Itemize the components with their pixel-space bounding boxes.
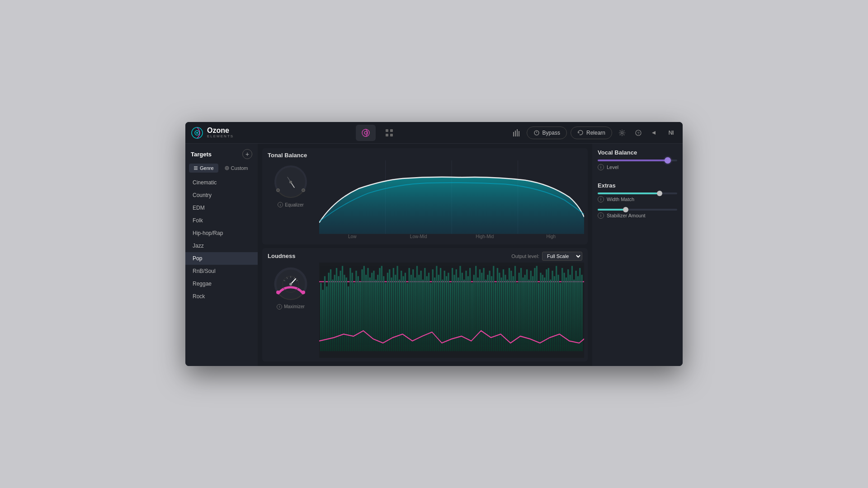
svg-rect-103 xyxy=(430,283,431,351)
svg-rect-105 xyxy=(434,277,435,351)
svg-rect-127 xyxy=(477,277,478,351)
svg-rect-171 xyxy=(563,272,565,351)
width-match-slider-track[interactable] xyxy=(598,192,677,194)
svg-rect-110 xyxy=(444,271,445,351)
svg-point-4 xyxy=(364,131,367,134)
genre-item-pop[interactable]: Pop xyxy=(185,252,258,265)
genre-list: Cinematic Country EDM Folk Hip-hop/Rap J… xyxy=(185,176,258,361)
genre-item-country[interactable]: Country xyxy=(185,189,258,202)
width-match-thumb[interactable] xyxy=(657,191,662,196)
genre-item-reggae[interactable]: Reggae xyxy=(185,277,258,290)
svg-point-25 xyxy=(277,189,280,192)
tab-grid[interactable] xyxy=(379,125,399,141)
svg-rect-118 xyxy=(459,266,461,351)
custom-add-icon xyxy=(225,166,229,170)
header-center xyxy=(245,125,510,141)
logo-subtitle: ELEMENTS xyxy=(207,134,234,138)
add-target-button[interactable]: + xyxy=(242,149,252,159)
stabilizer-slider-container: i Stabilizer Amount xyxy=(598,209,677,223)
svg-rect-169 xyxy=(560,283,561,351)
genre-item-edm[interactable]: EDM xyxy=(185,202,258,214)
svg-rect-136 xyxy=(495,283,496,351)
loudness-panel: Loudness Output level: Full Scale EBU R1… xyxy=(262,248,588,361)
svg-point-36 xyxy=(302,291,305,294)
bypass-button[interactable]: Bypass xyxy=(527,127,567,139)
stabilizer-info-icon[interactable]: i xyxy=(598,212,604,219)
axis-high: High xyxy=(518,234,585,239)
svg-rect-176 xyxy=(573,279,575,351)
svg-rect-94 xyxy=(412,269,414,351)
output-level-select[interactable]: Full Scale EBU R128 ATSC A/85 xyxy=(542,252,582,261)
settings-icon[interactable] xyxy=(616,127,628,139)
svg-rect-64 xyxy=(354,283,355,351)
svg-rect-7 xyxy=(386,134,388,136)
svg-rect-56 xyxy=(338,276,339,351)
svg-rect-157 xyxy=(536,266,538,351)
svg-rect-78 xyxy=(381,266,382,351)
vocal-level-slider-track[interactable] xyxy=(598,160,677,161)
svg-rect-145 xyxy=(513,276,514,351)
svg-rect-50 xyxy=(326,286,327,351)
svg-rect-177 xyxy=(575,271,576,351)
svg-rect-87 xyxy=(399,279,400,351)
back-icon[interactable] xyxy=(648,127,661,139)
maximizer-info-icon[interactable]: i xyxy=(277,304,282,310)
svg-rect-104 xyxy=(432,269,434,351)
equalizer-info-icon[interactable]: i xyxy=(278,202,283,207)
tab-custom[interactable]: Custom xyxy=(220,164,253,173)
vocal-balance-title: Vocal Balance xyxy=(598,149,677,156)
svg-point-15 xyxy=(621,131,623,134)
main-content: Targets + Genre xyxy=(185,144,683,366)
svg-rect-144 xyxy=(510,271,512,351)
tab-mix[interactable] xyxy=(356,125,376,141)
axis-highmid: High-Mid xyxy=(452,234,518,239)
vocal-level-info-icon[interactable]: i xyxy=(598,164,604,170)
svg-rect-135 xyxy=(493,266,494,351)
genre-item-folk[interactable]: Folk xyxy=(185,214,258,227)
genre-item-jazz[interactable]: Jazz xyxy=(185,239,258,252)
maximizer-knob[interactable] xyxy=(273,266,309,302)
genre-item-cinematic[interactable]: Cinematic xyxy=(185,176,258,189)
svg-rect-89 xyxy=(402,276,404,351)
svg-point-2 xyxy=(196,132,198,134)
tab-genre[interactable]: Genre xyxy=(189,164,218,173)
ozone-logo-icon xyxy=(191,127,203,139)
vocal-balance-section: Vocal Balance i Level xyxy=(598,149,677,175)
width-match-label-row: i Width Match xyxy=(598,196,677,202)
svg-rect-101 xyxy=(426,276,428,351)
ni-logo[interactable]: NI xyxy=(665,127,677,139)
meter-icon[interactable] xyxy=(510,127,523,139)
stabilizer-slider-track[interactable] xyxy=(598,209,677,211)
svg-rect-174 xyxy=(569,275,571,351)
svg-rect-70 xyxy=(365,275,367,351)
svg-rect-128 xyxy=(479,269,481,351)
svg-rect-115 xyxy=(453,275,455,351)
equalizer-knob[interactable] xyxy=(273,164,309,200)
logo-area: Ozone ELEMENTS xyxy=(191,127,234,139)
svg-rect-54 xyxy=(334,275,335,351)
svg-rect-140 xyxy=(503,269,504,351)
svg-rect-130 xyxy=(483,268,484,351)
center-panels: Tonal Balance xyxy=(258,144,592,366)
svg-rect-134 xyxy=(491,276,492,351)
svg-rect-108 xyxy=(440,268,441,351)
svg-rect-133 xyxy=(489,271,490,351)
genre-item-rnbsoul[interactable]: RnB/Soul xyxy=(185,265,258,277)
relearn-button[interactable]: Relearn xyxy=(571,127,612,139)
help-icon[interactable]: ? xyxy=(632,127,645,139)
width-match-slider-container: i Width Match xyxy=(598,192,677,207)
svg-rect-81 xyxy=(387,272,388,351)
genre-item-hiphop[interactable]: Hip-hop/Rap xyxy=(185,227,258,239)
stabilizer-thumb[interactable] xyxy=(623,207,628,212)
svg-rect-164 xyxy=(550,279,551,351)
genre-item-rock[interactable]: Rock xyxy=(185,290,258,303)
header-right: Bypass Relearn ? xyxy=(510,127,677,139)
vocal-level-thumb[interactable] xyxy=(665,157,671,164)
svg-rect-12 xyxy=(519,131,519,136)
svg-rect-10 xyxy=(515,131,516,136)
relearn-icon xyxy=(577,130,584,136)
svg-rect-139 xyxy=(501,277,502,351)
svg-rect-156 xyxy=(534,268,535,351)
width-match-info-icon[interactable]: i xyxy=(598,196,604,202)
svg-rect-167 xyxy=(556,266,557,351)
